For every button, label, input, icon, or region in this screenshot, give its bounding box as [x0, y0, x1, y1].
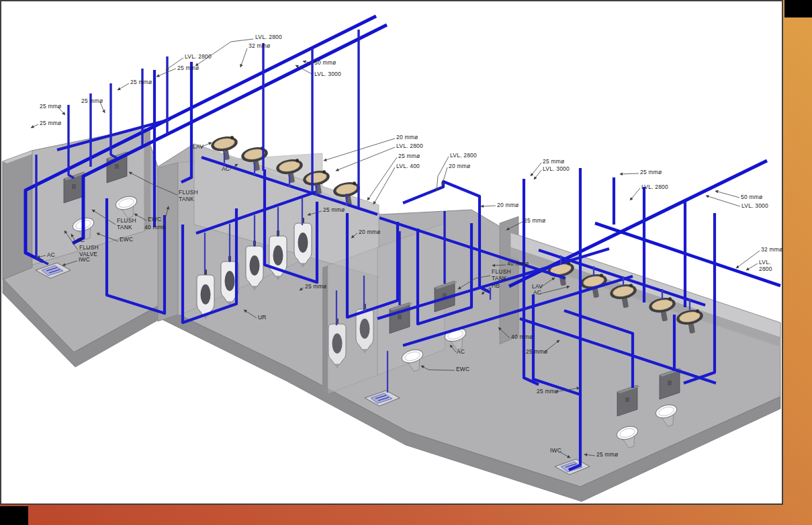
leader-line	[620, 173, 639, 174]
leader-line	[100, 102, 105, 113]
leader-line	[336, 147, 395, 171]
leader-line	[746, 264, 758, 270]
leader-line	[31, 124, 38, 128]
leader-line	[736, 251, 760, 268]
leader-line	[715, 191, 739, 198]
top-right-corner-block	[784, 0, 812, 17]
leader-line	[481, 206, 496, 206]
leader-line	[166, 58, 183, 70]
left-end-wall	[3, 151, 32, 280]
leader-line	[706, 196, 740, 206]
drawing-canvas: LVL. 280032 mmø50 mmøLVL. 3000LVL. 28002…	[0, 0, 783, 505]
leader-line	[367, 157, 397, 200]
leader-line	[118, 83, 129, 90]
leader-line	[201, 143, 212, 147]
slide-frame: LVL. 280032 mmø50 mmøLVL. 3000LVL. 28002…	[0, 0, 812, 525]
leader-line	[534, 170, 541, 179]
leader-line	[240, 48, 247, 67]
leader-line	[630, 188, 640, 200]
leader-line	[531, 163, 541, 176]
plumbing-isometric-drawing	[1, 1, 782, 503]
urinal-wall-column	[158, 163, 178, 321]
mid-partition-edge	[322, 266, 328, 397]
leader-line	[373, 167, 395, 204]
leader-line	[195, 39, 253, 66]
leader-line	[58, 107, 65, 115]
bottom-left-corner-block	[0, 506, 28, 525]
